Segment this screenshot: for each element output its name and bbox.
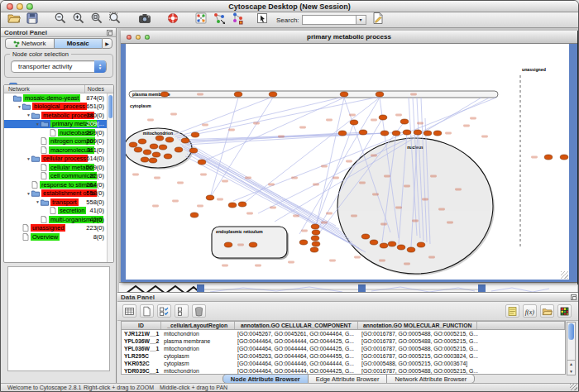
network-node[interactable] (370, 240, 378, 245)
minimize-button[interactable] (17, 3, 23, 10)
network-node[interactable] (138, 139, 146, 144)
tree-row[interactable]: secretion41(0) (4, 207, 107, 216)
tree-row[interactable]: ▼biological_process651(0) (4, 103, 107, 112)
network-node[interactable] (350, 120, 358, 125)
network-node[interactable] (414, 130, 422, 135)
table-row[interactable]: YJR121W__1mitochondrion[GO:0045267, GO:0… (122, 330, 565, 337)
expand-triangle-icon[interactable]: ▼ (35, 122, 41, 127)
network-node[interactable] (376, 92, 384, 97)
network-node[interactable] (433, 131, 442, 136)
table-cell[interactable]: YPL036W__1 (122, 345, 161, 352)
plasma-membrane-region[interactable] (129, 91, 498, 98)
net-minimize-button[interactable] (136, 35, 141, 40)
tab-network[interactable]: Network (5, 38, 54, 49)
table-cell[interactable]: [GO:0044464, GO:0044444, GO:0044425, G..… (235, 345, 359, 352)
network-node[interactable] (224, 242, 232, 247)
column-header-empty[interactable] (477, 322, 565, 329)
network-node[interactable] (238, 202, 246, 207)
table-cell[interactable]: [GO:0044464, GO:0044444, GO:0044425, G..… (235, 337, 359, 345)
network-node[interactable] (311, 224, 319, 229)
new-attribute-icon[interactable] (140, 304, 154, 318)
network-node[interactable] (164, 154, 172, 159)
column-header[interactable]: ID (122, 322, 161, 329)
network-node[interactable] (269, 92, 277, 97)
network-node[interactable] (159, 145, 167, 150)
zoom-out-icon[interactable] (53, 12, 67, 26)
column-header[interactable]: annotation.GO CELLULAR_COMPONENT (235, 322, 358, 329)
table-cell[interactable]: mitochondrion (161, 345, 235, 352)
column-header[interactable]: annotation.GO MOLECULAR_FUNCTION (358, 322, 477, 329)
network-node[interactable] (423, 131, 432, 136)
network-canvas[interactable]: plasma membranecytoplasmmitochondrionnuc… (126, 44, 569, 280)
tree-row[interactable]: nucleobase-209(0) (4, 128, 107, 137)
table-cell[interactable]: [GO:0016787, GO:0005488, GO:0005215, G..… (359, 345, 479, 352)
network-node[interactable] (312, 241, 320, 246)
expand-triangle-icon[interactable]: ▼ (35, 199, 41, 204)
layout-icon[interactable] (194, 12, 208, 26)
network-node[interactable] (312, 230, 320, 235)
network-node[interactable] (152, 152, 160, 157)
tab-mosaic[interactable]: Mosaic (54, 38, 103, 49)
annotation-icon[interactable] (255, 12, 269, 26)
table-row[interactable]: YKR052Ccytoplasm[GO:0044464, GO:0044446,… (122, 360, 565, 367)
expand-triangle-icon[interactable]: ▼ (26, 156, 31, 161)
float-panel-icon[interactable] (107, 30, 112, 36)
network-node[interactable] (141, 157, 149, 162)
column-header[interactable]: _cellularLayoutRegion (161, 322, 235, 329)
tree-row[interactable]: macromolecule311(0) (4, 146, 107, 155)
network-node[interactable] (311, 236, 319, 241)
zoom-selected-icon[interactable] (108, 12, 122, 26)
attribute-notes-icon[interactable] (505, 304, 519, 318)
tab-overflow-button[interactable]: ▶ (102, 38, 112, 49)
network-node[interactable] (156, 136, 164, 141)
table-cell[interactable]: mitochondrion (161, 330, 235, 337)
table-cell[interactable]: cytoplasm (161, 352, 235, 360)
net-zoom-button[interactable] (145, 35, 150, 40)
network-node[interactable] (340, 92, 348, 97)
open-file-icon[interactable] (7, 12, 21, 26)
network-node[interactable] (181, 138, 189, 143)
table-cell[interactable]: YPL036W__2 (122, 337, 161, 345)
network-node[interactable] (397, 245, 405, 250)
network-node[interactable] (198, 160, 206, 165)
network-node[interactable] (191, 132, 199, 137)
network-node[interactable] (129, 142, 137, 147)
attribute-matrix-icon[interactable] (557, 304, 572, 318)
table-cell[interactable]: cytoplasm (161, 360, 235, 367)
network-node[interactable] (228, 203, 237, 208)
network-node[interactable] (380, 243, 388, 248)
help-icon[interactable] (165, 12, 179, 26)
tree-row[interactable]: mosaic-demo-yeast874(0) (4, 93, 107, 103)
tree-row[interactable]: cellular metabo209(0) (4, 163, 107, 172)
network-node[interactable] (143, 150, 151, 155)
node-color-select[interactable]: transporter activity ▲▼ (11, 60, 107, 73)
search-dropdown-button[interactable] (356, 15, 366, 25)
tree-row[interactable]: ▼establishment of lo558(0) (4, 189, 107, 198)
birds-eye-view[interactable] (7, 266, 110, 371)
table-scrollbar[interactable]: ▲▼ (567, 322, 576, 375)
unselect-attributes-icon[interactable] (175, 304, 189, 318)
tree-row[interactable]: ▼cellular process614(0) (4, 155, 107, 164)
table-cell[interactable]: YLR295C (122, 352, 161, 360)
network-node[interactable] (400, 119, 409, 124)
tree-row[interactable]: ▼primary metabo209(... (4, 120, 107, 129)
table-cell[interactable]: YJR121W__1 (122, 330, 161, 337)
close-button[interactable] (7, 3, 13, 10)
table-cell[interactable]: [GO:0016787, GO:0005488, GO:0005215, G..… (359, 337, 479, 345)
tree-row[interactable]: response to stimulu264(0) (4, 180, 107, 189)
app-resize-grip[interactable] (570, 384, 577, 390)
delete-attribute-icon[interactable] (192, 304, 206, 318)
network-node[interactable] (361, 234, 370, 239)
network-node[interactable] (379, 115, 387, 120)
tree-row[interactable]: ▼transport558(0) (4, 198, 107, 207)
tree-row[interactable]: unassigned223(0) (4, 224, 107, 233)
tree-row[interactable]: multi-organism pro42(0) (4, 215, 107, 224)
table-row[interactable]: YPL036W__2plasma membrane[GO:0044464, GO… (122, 337, 565, 345)
save-icon[interactable] (25, 12, 39, 26)
net-close-button[interactable] (127, 35, 132, 40)
tree-row[interactable]: ▼metabolic process280(0) (4, 111, 107, 120)
table-cell[interactable]: [GO:0045263, GO:0044464, GO:0044455, G..… (235, 352, 359, 360)
window-resize-grip[interactable] (561, 271, 568, 279)
network-node[interactable] (249, 242, 257, 247)
network-node[interactable] (392, 131, 400, 136)
